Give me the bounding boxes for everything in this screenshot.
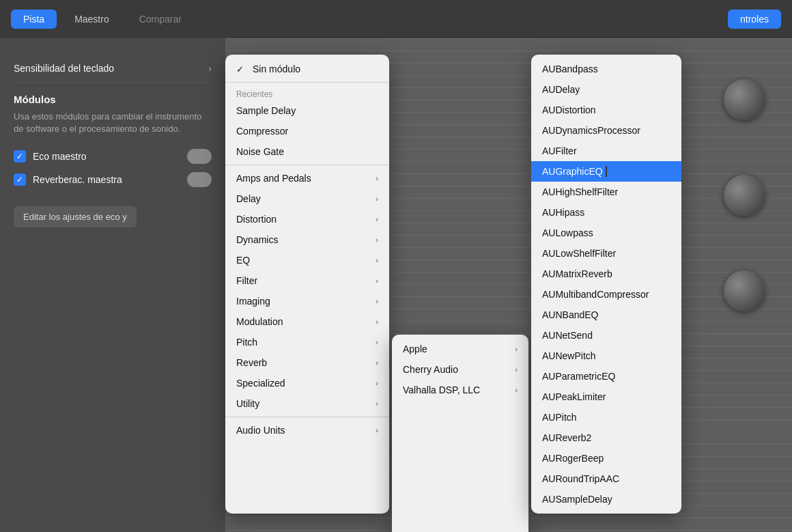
au-reverb2[interactable]: AUReverb2 <box>531 428 681 448</box>
reverb-maestro-toggle[interactable] <box>187 172 212 187</box>
modulation-chevron-icon: › <box>376 318 378 326</box>
au-parametric-eq[interactable]: AUParametricEQ <box>531 366 681 387</box>
modules-description: Usa estos módulos para cambiar el instru… <box>14 111 212 135</box>
au-peak-limiter[interactable]: AUPeakLimiter <box>531 387 681 407</box>
no-module-item[interactable]: ✓ Sin módulo <box>225 59 389 79</box>
reverb-item[interactable]: Reverb › <box>225 352 389 373</box>
amps-and-pedals-label: Amps and Pedals <box>236 173 311 184</box>
au-roger-beep[interactable]: AURogerBeep <box>531 448 681 468</box>
imaging-chevron-icon: › <box>376 297 378 305</box>
au-pitch[interactable]: AUPitch <box>531 407 681 428</box>
reverb-maestro-checkbox[interactable]: ✓ <box>14 173 26 186</box>
maestro-button[interactable]: Maestro <box>62 10 122 29</box>
imaging-label: Imaging <box>236 296 270 307</box>
eco-maestro-checkbox[interactable]: ✓ <box>14 150 26 163</box>
specialized-chevron-icon: › <box>376 379 378 387</box>
sensitivity-chevron-icon: › <box>208 63 212 74</box>
left-panel: Sensibilidad del teclado › Módulos Usa e… <box>0 38 225 532</box>
au-matrix-reverb[interactable]: AUMatrixReverb <box>531 264 681 284</box>
eco-maestro-toggle[interactable] <box>187 149 212 164</box>
secondary-menu: Apple › Cherry Audio › Valhalla DSP, LLC… <box>392 335 528 532</box>
delay-chevron-icon: › <box>376 195 378 203</box>
filter-label: Filter <box>236 275 257 286</box>
comparar-button[interactable]: Comparar <box>127 10 194 29</box>
filter-chevron-icon: › <box>376 277 378 285</box>
audio-units-chevron-icon: › <box>376 426 378 434</box>
apple-item[interactable]: Apple › <box>392 339 528 359</box>
modulation-label: Modulation <box>236 316 283 327</box>
valhalla-chevron-icon: › <box>515 386 518 394</box>
au-high-shelf-filter[interactable]: AUHighShelfFilter <box>531 182 681 202</box>
eco-maestro-row: ✓ Eco maestro <box>14 149 212 164</box>
audio-units-label: Audio Units <box>236 425 285 436</box>
amps-and-pedals-item[interactable]: Amps and Pedals › <box>225 168 389 188</box>
reverb-label: Reverb <box>236 357 267 368</box>
au-bandpass[interactable]: AUBandpass <box>531 59 681 79</box>
sensitivity-label: Sensibilidad del teclado <box>14 63 114 74</box>
cherry-audio-label: Cherry Audio <box>403 364 458 375</box>
pitch-item[interactable]: Pitch › <box>225 332 389 352</box>
eq-item[interactable]: EQ › <box>225 250 389 270</box>
distortion-chevron-icon: › <box>376 215 378 223</box>
reverb-maestro-row: ✓ Reverberac. maestra <box>14 172 212 187</box>
toolbar: Pista Maestro Comparar ntroles <box>0 0 792 38</box>
utility-item[interactable]: Utility › <box>225 393 389 414</box>
utility-label: Utility <box>236 398 259 409</box>
au-new-pitch[interactable]: AUNewPitch <box>531 346 681 366</box>
pitch-chevron-icon: › <box>376 338 378 346</box>
controles-button[interactable]: ntroles <box>728 10 781 29</box>
reverb-maestro-label: Reverberac. maestra <box>33 174 180 185</box>
compressor-label: Compressor <box>236 126 288 137</box>
cursor-indicator <box>606 166 607 177</box>
edit-eco-button[interactable]: Editar los ajustes de eco y <box>14 206 137 227</box>
recent-compressor[interactable]: Compressor <box>225 121 389 141</box>
valhalla-label: Valhalla DSP, LLC <box>403 384 480 395</box>
recientes-header: Recientes <box>225 85 389 100</box>
separator-3 <box>225 417 389 417</box>
au-filter[interactable]: AUFilter <box>531 141 681 161</box>
pista-button[interactable]: Pista <box>11 10 57 29</box>
dynamics-chevron-icon: › <box>376 236 378 244</box>
cherry-audio-item[interactable]: Cherry Audio › <box>392 359 528 380</box>
knob-2 <box>724 175 765 216</box>
eq-chevron-icon: › <box>376 256 378 264</box>
utility-chevron-icon: › <box>376 400 378 408</box>
knob-3 <box>724 270 765 311</box>
delay-item[interactable]: Delay › <box>225 188 389 209</box>
cherry-audio-chevron-icon: › <box>515 365 518 374</box>
au-low-shelf-filter[interactable]: AULowShelfFilter <box>531 243 681 264</box>
specialized-item[interactable]: Specialized › <box>225 373 389 393</box>
separator-2 <box>225 165 389 165</box>
primary-menu: ✓ Sin módulo Recientes Sample Delay Comp… <box>225 55 389 514</box>
filter-item[interactable]: Filter › <box>225 270 389 291</box>
au-hipass[interactable]: AUHipass <box>531 202 681 223</box>
au-delay[interactable]: AUDelay <box>531 79 681 100</box>
audio-units-item[interactable]: Audio Units › <box>225 420 389 440</box>
recent-sample-delay[interactable]: Sample Delay <box>225 100 389 121</box>
au-net-send[interactable]: AUNetSend <box>531 325 681 346</box>
separator-1 <box>225 82 389 83</box>
modules-heading: Módulos <box>14 94 212 105</box>
au-graphic-eq[interactable]: AUGraphicEQ <box>531 161 681 182</box>
reverb-maestro-check-icon: ✓ <box>16 175 23 184</box>
distortion-item[interactable]: Distortion › <box>225 209 389 229</box>
au-sample-delay[interactable]: AUSampleDelay <box>531 489 681 509</box>
noise-gate-label: Noise Gate <box>236 146 284 157</box>
dynamics-item[interactable]: Dynamics › <box>225 229 389 250</box>
au-round-trip-aac[interactable]: AURoundTripAAC <box>531 468 681 489</box>
eq-label: EQ <box>236 255 250 266</box>
au-nband-eq[interactable]: AUNBandEQ <box>531 305 681 325</box>
valhalla-item[interactable]: Valhalla DSP, LLC › <box>392 380 528 400</box>
apple-label: Apple <box>403 344 427 354</box>
recent-noise-gate[interactable]: Noise Gate <box>225 141 389 162</box>
imaging-item[interactable]: Imaging › <box>225 291 389 311</box>
au-multiband-compressor[interactable]: AUMultibandCompressor <box>531 284 681 305</box>
modulation-item[interactable]: Modulation › <box>225 311 389 332</box>
toolbar-right: ntroles <box>728 10 781 29</box>
au-distortion[interactable]: AUDistortion <box>531 100 681 120</box>
amps-chevron-icon: › <box>376 174 378 182</box>
eco-maestro-label: Eco maestro <box>33 151 180 162</box>
au-dynamics-processor[interactable]: AUDynamicsProcessor <box>531 120 681 141</box>
au-lowpass[interactable]: AULowpass <box>531 223 681 243</box>
au-menu: AUBandpass AUDelay AUDistortion AUDynami… <box>531 55 681 514</box>
